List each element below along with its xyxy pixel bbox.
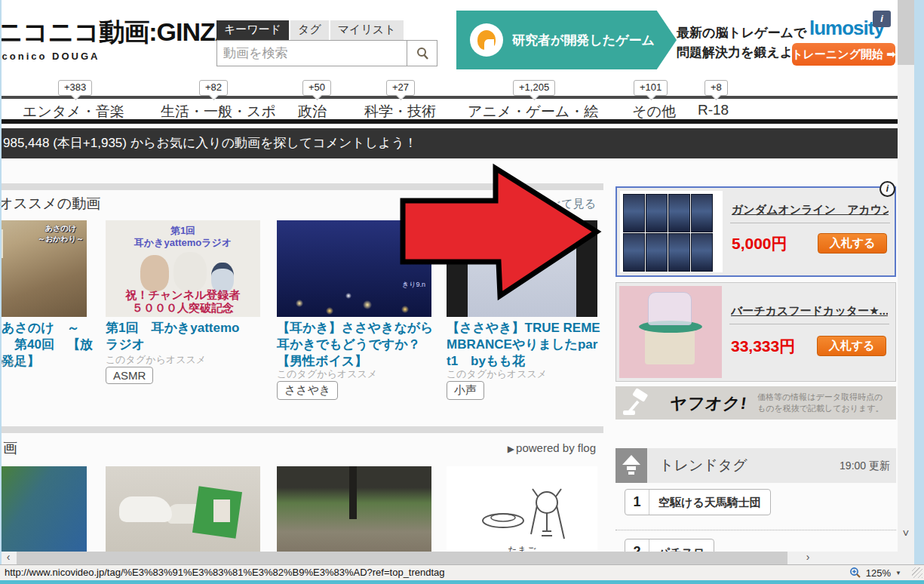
vertical-scrollbar-thumb[interactable] <box>898 0 914 65</box>
ad-banner-lumosity[interactable]: 研究者が開発したゲーム 最新の脳トレゲームで 問題解決力を鍛えよう! lumos… <box>456 11 895 69</box>
powered-by-flog[interactable]: ▶powered by flog <box>454 441 596 454</box>
video-thumbnail[interactable] <box>2 466 87 552</box>
horizontal-scrollbar[interactable]: ‹ › <box>2 552 815 564</box>
video-thumbnail[interactable] <box>447 220 597 317</box>
auction-thumbnail <box>620 191 723 272</box>
section-divider <box>2 426 603 433</box>
zoom-caret-icon: ▼ <box>895 570 901 576</box>
horizontal-scrollbar-thumb[interactable] <box>17 552 787 564</box>
trend-title: トレンドタグ <box>659 448 747 483</box>
video-tag-chip[interactable]: ささやき <box>277 381 338 400</box>
announcement-bar: 985,448 (本日+1,935) からお気に入りの動画を探してコメントしよう… <box>2 128 898 158</box>
video-thumbnail[interactable]: 第1回 耳かきyattemoラジオ 祝！チャンネル登録者 ５０００人突破記念 <box>106 220 260 317</box>
trend-tag-1[interactable]: 1 空駆ける天馬騎士団 <box>625 489 771 515</box>
yafuoku-logo: ヤフオク! <box>668 392 749 415</box>
resize-grip[interactable] <box>912 567 922 578</box>
nav-badge: +8 <box>705 80 728 96</box>
bid-button[interactable]: 入札する <box>818 233 887 254</box>
scroll-down-arrow[interactable]: ˅ <box>898 527 914 542</box>
trend-tag-label: 空駆ける天馬騎士団 <box>649 490 770 515</box>
video-title[interactable]: 【耳かき】ささやきながら 耳かきでもどうですか？ 【男性ボイス】 <box>277 320 434 369</box>
search-tab-tag[interactable]: タグ <box>290 20 329 40</box>
nav-item-anime-game[interactable]: アニメ・ゲーム・絵 <box>468 102 598 121</box>
flog-section-title: 画 <box>3 438 17 458</box>
bid-button[interactable]: 入札する <box>817 336 886 356</box>
price-disclaimer: 価格等の情報はデータ取得時点の ものを税抜で記載しております。 <box>757 392 884 414</box>
vertical-scrollbar[interactable]: ˅ <box>898 0 914 552</box>
search-icon <box>416 47 429 60</box>
auction-title-link[interactable]: ガンダムオンライン アカウント <box>732 203 889 217</box>
food-cutter-image <box>619 286 722 378</box>
nav-badge: +82 <box>199 80 228 96</box>
trend-updated-time: 19:00 更新 <box>840 448 890 483</box>
nav-badge: +101 <box>634 80 668 96</box>
video-title[interactable]: 【ささやき】TRUE REME MBRANCEやりましたpar t1 byもも花 <box>447 320 601 369</box>
mannequin-head <box>140 255 169 291</box>
search-box: キーワード タグ マイリスト <box>216 20 437 66</box>
niconico-logo[interactable]: ニコニコ動画:GINZA iconico DOUGA <box>2 15 232 62</box>
nav-badge: +27 <box>386 80 415 96</box>
video-tag-chip[interactable]: 小声 <box>447 381 484 400</box>
sidebar-info-icon[interactable]: i <box>879 181 895 197</box>
view-all-link[interactable]: すべて見る <box>499 197 596 211</box>
ad-headline-1: 最新の脳トレゲームで <box>677 24 806 41</box>
nav-badge: +1,205 <box>513 80 555 96</box>
nav-item-life[interactable]: 生活・一般・スポ <box>161 102 276 121</box>
thumbnail-caption: あさのけ ～おかわり～ <box>38 223 84 244</box>
search-tab-mylist[interactable]: マイリスト <box>330 20 404 40</box>
yahoo-auction-banner[interactable]: ヤフオク! 価格等の情報はデータ取得時点の ものを税抜で記載しております。 <box>615 386 896 420</box>
auction-price: 5,000円 <box>732 233 787 254</box>
ad-info-icon[interactable]: i <box>873 11 891 27</box>
video-thumbnail[interactable] <box>106 466 260 552</box>
trend-tag-2[interactable]: 2 パチスロ <box>625 539 714 552</box>
video-note: このタグからオススメ <box>2 356 26 370</box>
auction-price: 33,333円 <box>731 336 795 357</box>
auction-title-link[interactable]: バーチカスフードカッター★... <box>731 304 888 318</box>
video-note: このタグからオススメ <box>106 353 206 367</box>
trend-rank: 1 <box>625 490 649 515</box>
nav-item-science[interactable]: 科学・技術 <box>364 102 436 121</box>
zoom-control[interactable]: 125% ▼ <box>849 565 901 580</box>
thumbnail-text: 第1回 耳かきyattemoラジオ <box>106 225 260 250</box>
auction-item[interactable]: ガンダムオンライン アカウント 5,000円 入札する <box>615 186 896 277</box>
search-input[interactable] <box>216 40 407 66</box>
video-note: このタグからオススメ <box>447 367 547 381</box>
ad-left-text: 研究者が開発したゲーム <box>512 32 655 49</box>
trend-rank: 2 <box>625 539 649 552</box>
section-divider <box>2 183 603 190</box>
video-thumbnail[interactable]: あさのけ ～おかわり～ <box>2 220 87 317</box>
video-thumbnail[interactable] <box>277 466 431 552</box>
mannequin-head <box>173 252 207 291</box>
doodle-caption: たまご <box>447 544 597 552</box>
video-title[interactable]: 第1回 耳かきyattemo ラジオ <box>106 320 262 353</box>
window-border-right <box>914 0 924 580</box>
page-content: ニコニコ動画:GINZA iconico DOUGA キーワード タグ マイリス… <box>2 0 898 552</box>
auction-thumbnail <box>619 286 722 378</box>
zoom-percentage: 125% <box>866 567 891 579</box>
site-header: ニコニコ動画:GINZA iconico DOUGA キーワード タグ マイリス… <box>2 0 898 96</box>
nav-item-r18[interactable]: R-18 <box>698 102 729 118</box>
window-border-bottom <box>0 580 924 584</box>
search-tab-keyword[interactable]: キーワード <box>216 20 289 40</box>
brain-icon <box>470 23 503 57</box>
video-thumbnail[interactable]: たまご <box>447 466 597 552</box>
nav-item-entertainment[interactable]: エンタメ・音楽 <box>23 102 124 121</box>
video-thumbnail[interactable]: きり9.n <box>277 220 431 317</box>
nav-item-politics[interactable]: 政治 <box>298 102 327 121</box>
training-start-button[interactable]: トレーニング開始 ➡ <box>792 43 895 66</box>
auction-item[interactable]: バーチカスフードカッター★... 33,333円 入札する <box>615 282 896 382</box>
category-nav: エンタメ・音楽 生活・一般・スポ 政治 科学・技術 アニメ・ゲーム・絵 その他 … <box>2 99 898 124</box>
browser-status-bar: http://www.nicovideo.jp/tag/%E3%83%91%E3… <box>0 564 924 580</box>
nav-item-other[interactable]: その他 <box>632 102 676 121</box>
scroll-left-arrow[interactable]: ‹ <box>2 552 15 564</box>
gavel-icon <box>622 388 661 418</box>
search-button[interactable] <box>407 40 437 66</box>
dotted-divider <box>615 530 896 530</box>
video-tag-chip[interactable]: ASMR <box>106 367 153 384</box>
scroll-right-arrow[interactable]: › <box>801 552 815 564</box>
zoom-magnifier-icon <box>849 567 861 579</box>
ad-headline-2: 問題解決力を鍛えよう! <box>677 44 810 61</box>
thumbnail-text: 祝！チャンネル登録者 ５０００人突破記念 <box>106 288 260 315</box>
doodle-drawing <box>447 466 597 552</box>
search-tabs: キーワード タグ マイリスト <box>216 20 437 40</box>
